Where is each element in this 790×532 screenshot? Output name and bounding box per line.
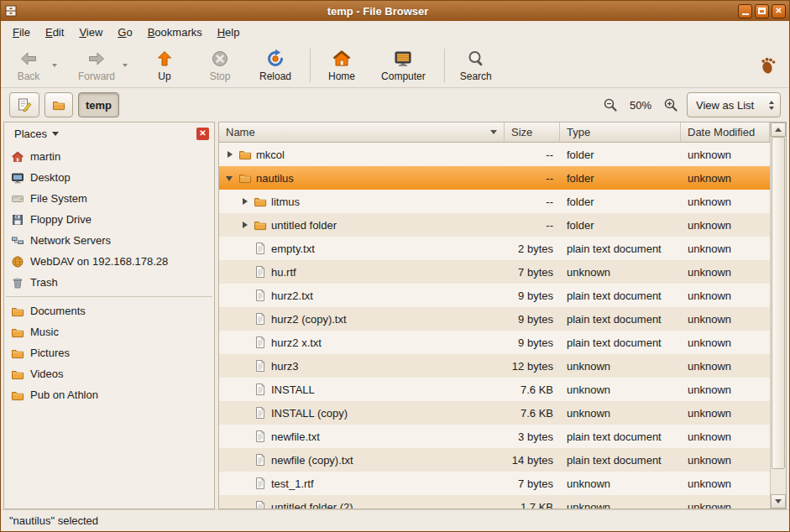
file-row-empty-txt[interactable]: empty.txt 2 bytes plain text document un… (219, 237, 770, 260)
zoom-in-button[interactable] (660, 94, 682, 116)
sidebar-item-trash[interactable]: Trash (4, 272, 214, 293)
column-header-name[interactable]: Name (219, 123, 505, 143)
toolbar-button-label: Forward (78, 70, 115, 82)
file-row-hurz2-x-txt[interactable]: hurz2 x.txt 9 bytes plain text document … (219, 331, 770, 354)
menu-help[interactable]: Help (211, 23, 247, 41)
file-type: folder (560, 149, 681, 161)
home-button[interactable]: Home (321, 45, 363, 86)
forward-button: Forward (73, 45, 120, 86)
maximize-button[interactable] (755, 4, 769, 18)
scroll-down-button[interactable] (771, 494, 786, 509)
expander-icon[interactable] (241, 197, 249, 206)
file-row-litmus[interactable]: litmus -- folder unknown (219, 190, 770, 213)
file-row-hurz2-copy-txt[interactable]: hurz2 (copy).txt 9 bytes plain text docu… (219, 307, 770, 331)
file-type: unknown (560, 501, 681, 509)
sidebar-item-label: Music (30, 326, 59, 338)
file-row-hurz2-txt[interactable]: hurz2.txt 9 bytes plain text document un… (219, 284, 770, 307)
menu-edit[interactable]: Edit (39, 23, 71, 41)
view-mode-select[interactable]: View as List (687, 92, 781, 117)
column-header-date-modified[interactable]: Date Modified (681, 123, 770, 143)
file-row-install-copy[interactable]: INSTALL (copy) 7.6 KB unknown unknown (219, 401, 770, 425)
file-size: 7.6 KB (505, 407, 560, 420)
reload-button[interactable]: Reload (254, 45, 296, 86)
file-row-hu-rtf[interactable]: hu.rtf 7 bytes unknown unknown (219, 260, 770, 284)
file-icon (254, 242, 267, 255)
file-row-test-1-rtf[interactable]: test_1.rtf 7 bytes unknown unknown (219, 472, 770, 495)
file-type: unknown (560, 477, 681, 490)
file-size: 12 bytes (505, 360, 560, 373)
file-row-newfile-txt[interactable]: newfile.txt 3 bytes plain text document … (219, 425, 770, 448)
file-row-untitled-folder-2[interactable]: untitled folder (2) 1.7 KB unknown unkno… (219, 495, 770, 509)
combo-stepper-icon (769, 101, 774, 110)
sidebar-item-documents[interactable]: Documents (4, 300, 214, 321)
sidebar-item-label: Trash (30, 276, 58, 289)
sidebar-separator (6, 296, 212, 297)
scrollbar-thumb[interactable] (772, 137, 785, 469)
sidebar-item-pub-on-athlon[interactable]: Pub on Athlon (4, 384, 214, 405)
file-icon (254, 336, 267, 349)
sidebar-item-label: Pictures (30, 347, 70, 359)
sidebar-item-martin[interactable]: martin (4, 146, 214, 167)
path-current-button[interactable]: temp (78, 92, 119, 117)
computer-button[interactable]: Computer (376, 45, 431, 86)
expander-icon[interactable] (241, 221, 249, 229)
file-name: hurz3 (271, 360, 299, 373)
file-date-modified: unknown (681, 289, 770, 302)
titlebar[interactable]: temp - File Browser ✕ (1, 1, 789, 21)
column-header-size[interactable]: Size (505, 123, 560, 143)
file-row-hurz3[interactable]: hurz3 12 bytes unknown unknown (219, 354, 770, 378)
file-size: 7 bytes (505, 477, 560, 490)
folder-icon (238, 171, 252, 185)
sidebar-item-desktop[interactable]: Desktop (4, 167, 214, 188)
menu-view[interactable]: View (72, 23, 109, 41)
file-row-newfile-copy-txt[interactable]: newfile (copy).txt 14 bytes plain text d… (219, 448, 770, 472)
search-button[interactable]: Search (455, 45, 497, 86)
toggle-location-entry-button[interactable] (9, 92, 39, 117)
vertical-scrollbar[interactable] (770, 123, 786, 509)
scroll-up-button[interactable] (771, 123, 786, 137)
sidebar-item-pictures[interactable]: Pictures (4, 342, 214, 363)
main-area: Places ✕ martin Desktop File System Flop… (1, 122, 789, 509)
file-icon (254, 430, 267, 443)
maximize-icon (758, 8, 766, 14)
sidebar-close-button[interactable]: ✕ (196, 128, 209, 140)
toolbar-dropdown-arrow[interactable] (120, 45, 130, 86)
sidebar-item-file-system[interactable]: File System (4, 188, 214, 209)
sidebar-item-videos[interactable]: Videos (4, 363, 214, 384)
toolbar-button-label: Reload (259, 70, 291, 82)
menu-file[interactable]: File (6, 23, 37, 41)
menu-go[interactable]: Go (111, 23, 139, 41)
file-row-mkcol[interactable]: mkcol -- folder unknown (219, 143, 770, 166)
edit-location-icon (17, 97, 32, 112)
column-headers: Name Size Type Date Modified (219, 123, 770, 143)
file-date-modified: unknown (681, 219, 770, 232)
expander-icon[interactable] (226, 150, 234, 159)
up-button[interactable]: Up (144, 45, 186, 86)
drive-icon (11, 192, 24, 206)
path-root-button[interactable] (44, 92, 73, 117)
zoom-out-button[interactable] (599, 94, 621, 116)
file-icon (254, 453, 267, 467)
sidebar-item-webdav-on-192-168-178-28[interactable]: WebDAV on 192.168.178.28 (4, 251, 214, 272)
places-selector[interactable]: Places (11, 126, 62, 142)
file-row-nautilus[interactable]: nautilus -- folder unknown (219, 166, 770, 190)
sidebar-item-music[interactable]: Music (4, 321, 214, 342)
file-name: newfile.txt (271, 430, 320, 443)
file-date-modified: unknown (681, 383, 770, 396)
file-type: plain text document (560, 454, 681, 467)
expander-icon[interactable] (226, 174, 234, 182)
column-header-type[interactable]: Type (560, 123, 681, 143)
file-date-modified: unknown (681, 266, 770, 279)
menu-bookmarks[interactable]: Bookmarks (141, 23, 209, 41)
file-row-install[interactable]: INSTALL 7.6 KB unknown unknown (219, 378, 770, 401)
minimize-button[interactable] (738, 4, 752, 18)
file-date-modified: unknown (681, 172, 770, 185)
sidebar-item-label: Desktop (30, 171, 71, 184)
scrollbar-track[interactable] (771, 137, 786, 494)
sidebar-item-network-servers[interactable]: Network Servers (4, 230, 214, 251)
toolbar-dropdown-arrow[interactable] (50, 45, 60, 86)
close-button[interactable]: ✕ (772, 4, 786, 18)
path-current-label: temp (86, 99, 112, 112)
file-row-untitled-folder[interactable]: untitled folder -- folder unknown (219, 213, 770, 237)
sidebar-item-floppy-drive[interactable]: Floppy Drive (4, 209, 214, 230)
